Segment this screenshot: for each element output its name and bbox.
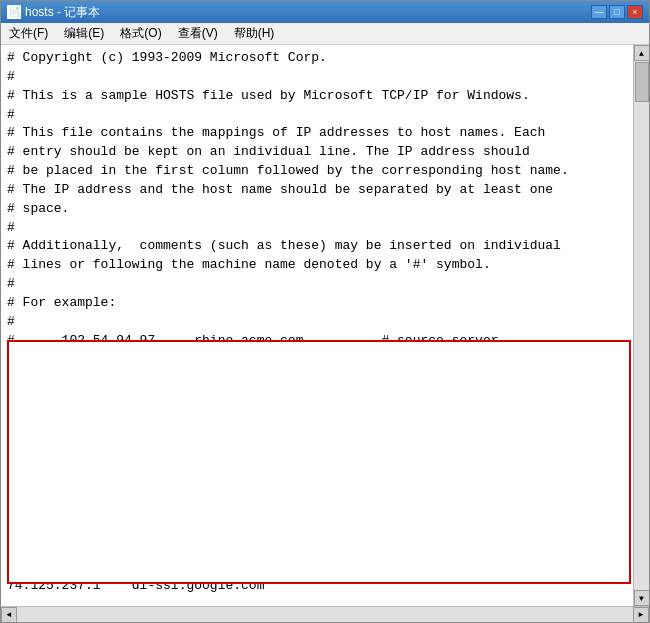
menu-file[interactable]: 文件(F) — [5, 24, 52, 43]
minimize-icon: — — [595, 7, 604, 17]
text-editor[interactable]: # Copyright (c) 1993-2009 Microsoft Corp… — [1, 45, 633, 606]
title-bar-left: 📄 hosts - 记事本 — [7, 4, 100, 21]
app-icon: 📄 — [7, 5, 21, 19]
maximize-button[interactable]: □ — [609, 5, 625, 19]
scroll-up-icon: ▲ — [639, 49, 644, 58]
window-title: hosts - 记事本 — [25, 4, 100, 21]
scroll-left-button[interactable]: ◄ — [1, 607, 17, 623]
horizontal-scrollbar[interactable]: ◄ ► — [1, 606, 649, 622]
vertical-scrollbar[interactable]: ▲ ▼ — [633, 45, 649, 606]
menu-format[interactable]: 格式(O) — [116, 24, 165, 43]
menu-help[interactable]: 帮助(H) — [230, 24, 279, 43]
close-icon: × — [632, 7, 637, 17]
menu-view[interactable]: 查看(V) — [174, 24, 222, 43]
minimize-button[interactable]: — — [591, 5, 607, 19]
scroll-right-icon: ► — [639, 610, 644, 619]
scrollbar-track[interactable] — [634, 61, 649, 590]
scroll-down-icon: ▼ — [639, 594, 644, 603]
scroll-up-button[interactable]: ▲ — [634, 45, 650, 61]
menu-bar: 文件(F) 编辑(E) 格式(O) 查看(V) 帮助(H) — [1, 23, 649, 45]
title-controls: — □ × — [591, 5, 643, 19]
scroll-left-icon: ◄ — [7, 610, 12, 619]
scroll-right-button[interactable]: ► — [633, 607, 649, 623]
maximize-icon: □ — [614, 7, 619, 17]
title-bar: 📄 hosts - 记事本 — □ × — [1, 1, 649, 23]
scrollbar-thumb[interactable] — [635, 62, 649, 102]
close-button[interactable]: × — [627, 5, 643, 19]
scroll-down-button[interactable]: ▼ — [634, 590, 650, 606]
menu-edit[interactable]: 编辑(E) — [60, 24, 108, 43]
h-scrollbar-track[interactable] — [17, 607, 633, 622]
window: 📄 hosts - 记事本 — □ × 文件(F) 编辑(E) 格式(O) 查看… — [0, 0, 650, 623]
